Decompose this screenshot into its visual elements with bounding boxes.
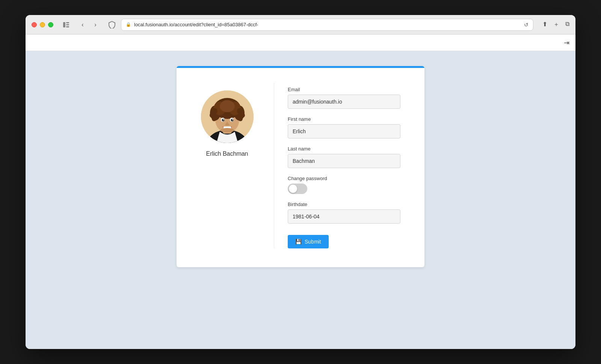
- email-input[interactable]: [288, 95, 400, 109]
- svg-point-25: [232, 119, 233, 120]
- submit-button[interactable]: 💾 Submit: [288, 235, 329, 248]
- svg-point-24: [223, 119, 223, 120]
- url-text: local.fusionauth.io/account/edit?client_…: [134, 22, 521, 27]
- change-password-toggle-wrap: [288, 184, 409, 194]
- shield-icon: [107, 20, 116, 29]
- svg-point-23: [231, 119, 233, 122]
- sidebar-toggle-icon[interactable]: [61, 20, 71, 30]
- maximize-button[interactable]: [48, 22, 53, 27]
- svg-point-22: [222, 119, 224, 122]
- tabs-button[interactable]: ⧉: [565, 21, 569, 29]
- email-field-group: Email: [288, 87, 409, 109]
- submit-icon: 💾: [295, 239, 302, 245]
- toolbar: ⇥: [26, 35, 575, 51]
- last-name-input[interactable]: [288, 154, 400, 168]
- svg-rect-2: [66, 24, 69, 25]
- exit-icon[interactable]: ⇥: [564, 39, 569, 47]
- svg-point-27: [220, 128, 234, 132]
- change-password-label: Change password: [288, 176, 409, 181]
- svg-rect-1: [66, 22, 69, 23]
- page-content: Erlich Bachman Email First name Last nam…: [26, 51, 575, 349]
- email-label: Email: [288, 87, 409, 92]
- minimize-button[interactable]: [40, 22, 45, 27]
- card-body: Erlich Bachman Email First name Last nam…: [177, 68, 424, 267]
- toggle-thumb: [289, 185, 297, 193]
- first-name-label: First name: [288, 116, 409, 122]
- birthdate-label: Birthdate: [288, 202, 409, 207]
- browser-window: ‹ › 🔒 local.fusionauth.io/account/edit?c…: [26, 15, 575, 349]
- svg-rect-0: [63, 22, 65, 27]
- svg-rect-3: [66, 26, 69, 27]
- account-edit-form: Email First name Last name Change passwo…: [274, 83, 409, 248]
- change-password-toggle[interactable]: [288, 184, 307, 194]
- user-profile-panel: Erlich Bachman: [192, 83, 274, 248]
- change-password-field-group: Change password: [288, 176, 409, 194]
- share-button[interactable]: ⬆: [542, 21, 547, 29]
- user-display-name: Erlich Bachman: [206, 150, 248, 157]
- title-bar: ‹ › 🔒 local.fusionauth.io/account/edit?c…: [26, 15, 575, 35]
- browser-actions: ⬆ ＋ ⧉: [542, 21, 569, 29]
- forward-button[interactable]: ›: [90, 20, 101, 30]
- first-name-field-group: First name: [288, 116, 409, 138]
- account-edit-card: Erlich Bachman Email First name Last nam…: [177, 66, 424, 267]
- traffic-lights: [32, 22, 53, 27]
- avatar: [201, 90, 254, 143]
- close-button[interactable]: [32, 22, 37, 27]
- birthdate-field-group: Birthdate: [288, 202, 409, 224]
- submit-label: Submit: [305, 239, 321, 245]
- new-tab-button[interactable]: ＋: [553, 21, 559, 29]
- reload-button[interactable]: ↺: [524, 22, 529, 28]
- back-button[interactable]: ‹: [77, 20, 88, 30]
- last-name-field-group: Last name: [288, 146, 409, 168]
- svg-point-13: [220, 100, 235, 112]
- birthdate-input[interactable]: [288, 209, 400, 224]
- nav-controls: ‹ ›: [77, 20, 101, 30]
- first-name-input[interactable]: [288, 124, 400, 138]
- url-bar[interactable]: 🔒 local.fusionauth.io/account/edit?clien…: [121, 19, 533, 31]
- svg-point-16: [212, 117, 216, 121]
- lock-icon: 🔒: [126, 22, 131, 27]
- svg-point-19: [238, 117, 243, 121]
- last-name-label: Last name: [288, 146, 409, 152]
